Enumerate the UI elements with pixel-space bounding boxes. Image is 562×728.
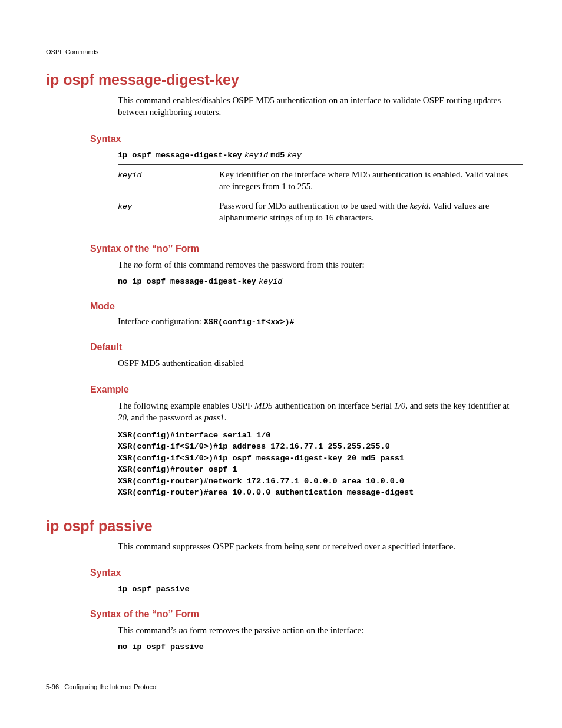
table-row: key Password for MD5 authentication to b…: [118, 196, 523, 228]
footer-chapter: Configuring the Internet Protocol: [64, 683, 157, 690]
no-syntax-line-2: no ip ospf passive: [118, 641, 516, 651]
mode-heading: Mode: [90, 301, 516, 312]
syntax-line-2: ip ospf passive: [118, 583, 516, 594]
no-form-desc-2: This command’s no form removes the passi…: [118, 624, 516, 636]
command-title-1: ip ospf message-digest-key: [46, 71, 516, 88]
no-syntax-line-1: no ip ospf message-digest-key keyid: [118, 275, 516, 286]
page-footer: 5-96 Configuring the Internet Protocol: [46, 683, 158, 690]
syntax-arg-key: key: [287, 151, 301, 160]
running-header: OSPF Commands: [46, 48, 516, 58]
syntax-arg-keyid: keyid: [244, 151, 269, 160]
param-desc-key: Password for MD5 authentication to be us…: [219, 196, 523, 228]
command-description-1: This command enables/disables OSPF MD5 a…: [118, 94, 516, 118]
command-title-2: ip ospf passive: [46, 518, 516, 535]
no-form-heading-1: Syntax of the “no” Form: [90, 243, 516, 254]
command-description-2: This command suppresses OSPF packets fro…: [118, 541, 516, 552]
example-code: XSR(config)#interface serial 1/0 XSR(con…: [118, 430, 516, 499]
syntax-line-1: ip ospf message-digest-key keyid md5 key: [118, 149, 516, 160]
no-syntax-arg: keyid: [259, 277, 283, 286]
param-table: keyid Key identifier on the interface wh…: [118, 164, 523, 228]
syntax-heading-1: Syntax: [90, 134, 516, 144]
param-name-keyid: keyid: [118, 171, 142, 180]
table-row: keyid Key identifier on the interface wh…: [118, 164, 523, 196]
no-syntax-cmd: no ip ospf message-digest-key: [118, 277, 256, 286]
default-heading: Default: [90, 342, 516, 353]
no-syntax-cmd-2: no ip ospf passive: [118, 643, 204, 651]
param-desc-keyid: Key identifier on the interface where MD…: [219, 164, 523, 196]
no-form-desc-1: The no form of this command removes the …: [118, 259, 516, 271]
param-name-key: key: [118, 202, 132, 211]
example-heading: Example: [90, 384, 516, 395]
syntax-heading-2: Syntax: [90, 568, 516, 578]
syntax-mid: md5: [270, 151, 285, 160]
no-form-heading-2: Syntax of the “no” Form: [90, 609, 516, 620]
example-intro: The following example enables OSPF MD5 a…: [118, 400, 516, 424]
syntax-cmd-2: ip ospf passive: [118, 585, 190, 594]
mode-line: Interface configuration: XSR(config-if<x…: [118, 317, 516, 327]
default-text: OSPF MD5 authentication disabled: [118, 357, 516, 369]
footer-page-number: 5-96: [46, 683, 59, 690]
syntax-cmd: ip ospf message-digest-key: [118, 151, 242, 160]
